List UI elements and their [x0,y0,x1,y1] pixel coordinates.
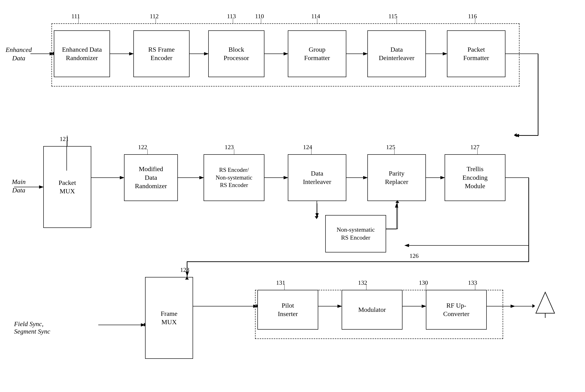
enhanced-data-label: EnhancedData [5,46,33,63]
block-frame-mux: FrameMUX [145,277,193,359]
ref-112: 112 [150,13,159,20]
ref-116: 116 [468,13,477,20]
block-data-interleaver: DataInterleaver [288,154,346,201]
diagram: 110 111 112 113 114 115 116 EnhancedData… [0,0,585,392]
ref-113: 113 [227,13,236,20]
block-trellis-encoding-module: TrellisEncodingModule [445,154,505,201]
block-data-deinterleaver: DataDeinterleaver [367,30,426,77]
block-enhanced-data-randomizer: Enhanced DataRandomizer [54,30,110,77]
ref-128: 128 [180,266,189,274]
block-packet-formatter: PacketFormatter [447,30,505,77]
svg-marker-31 [536,292,554,313]
field-sync-label: Field Sync,Segment Sync [14,320,103,335]
block-parity-replacer: ParityReplacer [367,154,426,201]
antenna-symbol [533,290,557,318]
main-data-label: MainData [5,178,33,195]
block-modulator: Modulator [342,290,403,330]
ref-131: 131 [276,279,285,286]
block-group-formatter: GroupFormatter [288,30,346,77]
ref-114: 114 [311,13,320,20]
block-rf-up-converter: RF Up-Converter [426,290,487,330]
ref-122: 122 [138,144,147,151]
block-nonsystematic-rs-encoder: Non-systematicRS Encoder [325,215,386,252]
ref-121: 121 [60,136,69,142]
ref-133: 133 [468,279,477,286]
ref-125: 125 [386,144,395,151]
block-block-processor: BlockProcessor [208,30,264,77]
ref-130: 130 [419,279,428,286]
block-modified-data-randomizer: ModifiedDataRandomizer [124,154,178,201]
ref-111: 111 [71,13,80,20]
block-packet-mux: PacketMUX [43,146,91,228]
ref-123: 123 [225,144,234,151]
ref-126: 126 [410,252,419,260]
block-rs-frame-encoder: RS FrameEncoder [133,30,190,77]
ref-124: 124 [303,144,312,151]
ref-110: 110 [255,13,264,20]
block-pilot-inserter: PilotInserter [257,290,318,330]
block-rs-encoder-nonsystematic: RS Encoder/Non-systematicRS Encoder [204,154,264,201]
ref-115: 115 [388,13,397,20]
ref-127: 127 [470,144,479,151]
ref-132: 132 [358,279,367,286]
